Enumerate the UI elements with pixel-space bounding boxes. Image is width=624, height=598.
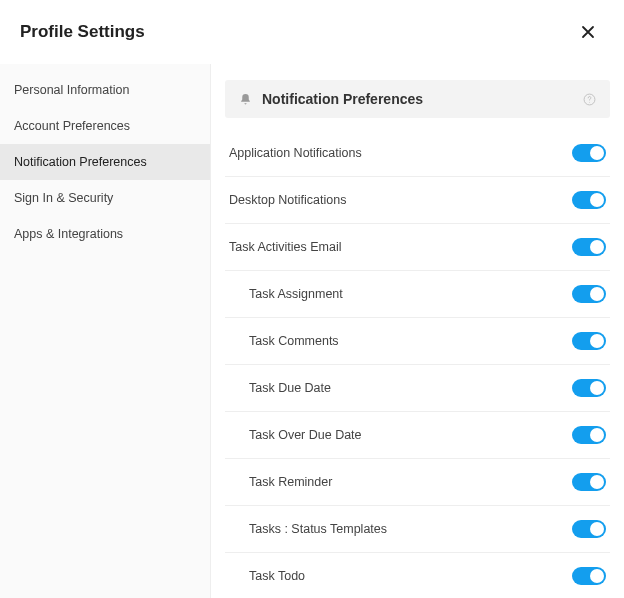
setting-label: Application Notifications — [229, 146, 362, 160]
close-icon — [580, 24, 596, 40]
setting-task-assignment: Task Assignment — [225, 271, 610, 318]
main-panel: Notification Preferences Application Not… — [211, 64, 624, 598]
sidebar-item-notification-preferences[interactable]: Notification Preferences — [0, 144, 210, 180]
setting-label: Task Over Due Date — [249, 428, 362, 442]
toggle-task-over-due-date[interactable] — [572, 426, 606, 444]
setting-label: Task Assignment — [249, 287, 343, 301]
section-title: Notification Preferences — [262, 91, 423, 107]
help-icon[interactable] — [583, 93, 596, 106]
setting-task-activities-email: Task Activities Email — [225, 224, 610, 271]
toggle-task-activities-email[interactable] — [572, 238, 606, 256]
toggle-application-notifications[interactable] — [572, 144, 606, 162]
setting-label: Task Due Date — [249, 381, 331, 395]
bell-icon — [239, 93, 252, 106]
sidebar-item-account-preferences[interactable]: Account Preferences — [0, 108, 210, 144]
toggle-task-todo[interactable] — [572, 567, 606, 585]
toggle-task-assignment[interactable] — [572, 285, 606, 303]
toggle-tasks-status-templates[interactable] — [572, 520, 606, 538]
section-header-left: Notification Preferences — [239, 91, 423, 107]
setting-label: Tasks : Status Templates — [249, 522, 387, 536]
setting-task-due-date: Task Due Date — [225, 365, 610, 412]
setting-task-todo: Task Todo — [225, 553, 610, 598]
setting-desktop-notifications: Desktop Notifications — [225, 177, 610, 224]
toggle-task-comments[interactable] — [572, 332, 606, 350]
setting-label: Task Comments — [249, 334, 339, 348]
page-title: Profile Settings — [20, 22, 145, 42]
dialog-header: Profile Settings — [0, 0, 624, 64]
sidebar-item-personal-information[interactable]: Personal Information — [0, 72, 210, 108]
setting-label: Task Reminder — [249, 475, 332, 489]
setting-label: Task Todo — [249, 569, 305, 583]
dialog-body: Personal Information Account Preferences… — [0, 64, 624, 598]
setting-task-reminder: Task Reminder — [225, 459, 610, 506]
setting-label: Desktop Notifications — [229, 193, 346, 207]
setting-application-notifications: Application Notifications — [225, 130, 610, 177]
setting-task-over-due-date: Task Over Due Date — [225, 412, 610, 459]
svg-point-1 — [589, 101, 590, 102]
toggle-task-due-date[interactable] — [572, 379, 606, 397]
sidebar-item-sign-in-security[interactable]: Sign In & Security — [0, 180, 210, 216]
sidebar: Personal Information Account Preferences… — [0, 64, 211, 598]
setting-tasks-status-templates: Tasks : Status Templates — [225, 506, 610, 553]
sidebar-item-apps-integrations[interactable]: Apps & Integrations — [0, 216, 210, 252]
section-header: Notification Preferences — [225, 80, 610, 118]
toggle-desktop-notifications[interactable] — [572, 191, 606, 209]
close-button[interactable] — [576, 20, 600, 44]
setting-task-comments: Task Comments — [225, 318, 610, 365]
toggle-task-reminder[interactable] — [572, 473, 606, 491]
setting-label: Task Activities Email — [229, 240, 342, 254]
